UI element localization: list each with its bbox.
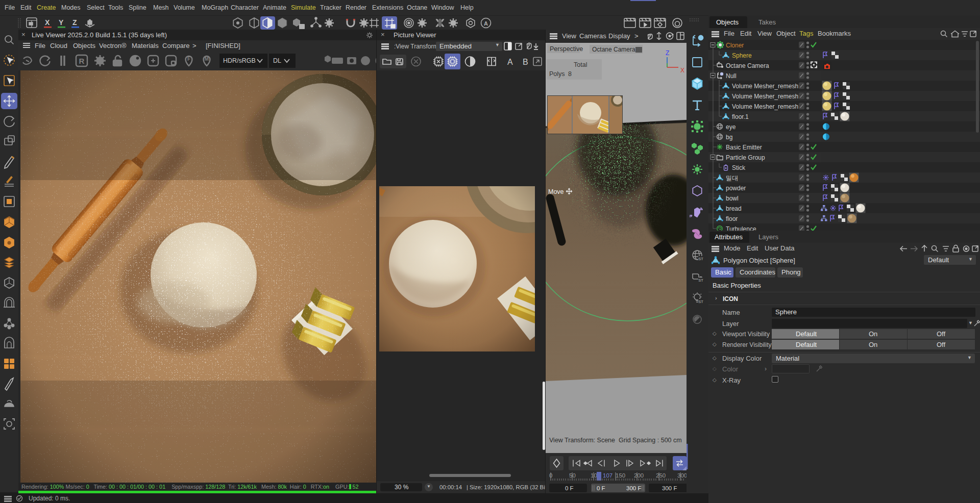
svg-text:Volume Mesher_remesh: Volume Mesher_remesh (732, 93, 798, 100)
svg-text:floor: floor (726, 215, 738, 222)
svg-text:M: M (205, 56, 209, 62)
svg-text:8: 8 (568, 70, 572, 78)
svg-text:HDR/sRGB: HDR/sRGB (223, 57, 256, 64)
svg-text:300 F: 300 F (662, 485, 677, 491)
svg-text:Particle Group: Particle Group (726, 154, 765, 161)
svg-text:Basic Emitter: Basic Emitter (726, 144, 762, 151)
svg-text:X: X (680, 67, 684, 74)
svg-text:Z: Z (72, 18, 77, 27)
svg-text:bowl: bowl (726, 195, 739, 202)
svg-text:Octane Camera: Octane Camera (592, 46, 635, 53)
svg-text:ST: ST (698, 299, 703, 304)
svg-text:Sphere: Sphere (732, 52, 752, 59)
svg-text:X: X (45, 18, 50, 27)
svg-text:ST: ST (698, 278, 703, 283)
svg-text:150: 150 (616, 472, 625, 479)
svg-text:Move: Move (548, 188, 564, 195)
svg-text:Volume Mesher_remesh: Volume Mesher_remesh (732, 103, 798, 110)
svg-text:107: 107 (603, 472, 612, 479)
svg-text:Cloner: Cloner (726, 42, 744, 49)
svg-text:300: 300 (677, 472, 687, 479)
svg-text:B: B (523, 58, 528, 66)
svg-text:0 F: 0 F (597, 485, 605, 491)
svg-text:ST: ST (698, 257, 703, 261)
svg-text:250: 250 (656, 472, 666, 479)
svg-text:eye: eye (726, 123, 736, 131)
svg-text:200: 200 (634, 472, 644, 479)
svg-text:0 F: 0 F (565, 485, 574, 491)
svg-text:F: F (187, 56, 190, 62)
svg-text:bg: bg (726, 134, 732, 141)
svg-text:Volume Mesher_remesh: Volume Mesher_remesh (732, 83, 798, 90)
svg-text:Perspective: Perspective (550, 45, 583, 53)
svg-text:R: R (79, 57, 85, 65)
svg-text:DL: DL (273, 57, 281, 64)
svg-text:A: A (484, 20, 488, 27)
svg-text:Polys: Polys (549, 70, 565, 78)
svg-text:View Transform: Scene: View Transform: Scene (549, 437, 615, 444)
svg-text:floor.1: floor.1 (732, 113, 749, 120)
svg-text:Grid Spacing : 500 cm: Grid Spacing : 500 cm (619, 437, 682, 444)
svg-text:Octane Camera: Octane Camera (726, 62, 769, 69)
svg-text:Y: Y (59, 18, 64, 27)
svg-text:Stick: Stick (732, 164, 746, 171)
svg-text:A: A (507, 58, 513, 66)
svg-text:밀대: 밀대 (726, 174, 738, 182)
svg-text:Null: Null (726, 72, 737, 80)
svg-text:Z: Z (666, 49, 669, 57)
svg-text:Total: Total (574, 61, 587, 68)
svg-text:powder: powder (726, 185, 746, 192)
svg-text:300 F: 300 F (626, 485, 641, 491)
svg-text:bread: bread (726, 205, 742, 212)
